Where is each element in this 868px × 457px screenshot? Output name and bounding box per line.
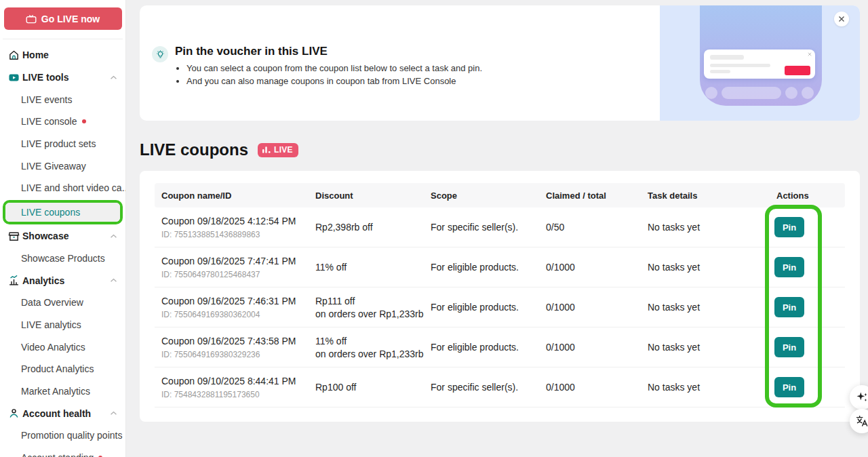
app-window: Go LIVE now Home: [0, 0, 868, 457]
live-status-badge: LIVE: [258, 143, 298, 157]
coupon-id: ID: 7550649169380329236: [161, 350, 309, 359]
sidebar-item-data-overview[interactable]: Data Overview: [0, 292, 125, 314]
highlight-annotation-live-coupons: LIVE coupons: [3, 200, 123, 224]
go-live-button[interactable]: Go LIVE now: [4, 7, 122, 30]
coupon-task-details: No tasks yet: [641, 262, 770, 273]
live-tools-icon: [8, 72, 20, 83]
banner-close-button[interactable]: [834, 12, 849, 26]
sidebar-label-promotion-quality-points: Promotion quality points: [21, 430, 122, 441]
sidebar-item-showcase[interactable]: Showcase: [0, 225, 125, 247]
page-title: LIVE coupons: [140, 140, 248, 159]
sidebar-item-live-events[interactable]: LIVE events: [0, 88, 125, 111]
sidebar-item-promotion-quality-points[interactable]: Promotion quality points: [0, 424, 125, 447]
sidebar: Go LIVE now Home: [0, 0, 126, 457]
coupon-discount-condition: on orders over Rp1,233rb: [315, 349, 424, 359]
column-header-discount: Discount: [309, 191, 424, 201]
coupon-discount: 11% off: [315, 336, 424, 346]
sidebar-item-market-analytics[interactable]: Market Analytics: [0, 380, 125, 403]
sidebar-item-live-giveaway[interactable]: LIVE Giveaway: [0, 155, 125, 177]
sidebar-item-product-analytics[interactable]: Product Analytics: [0, 358, 125, 380]
coupon-name: Coupon 09/10/2025 8:44:41 PM: [161, 376, 309, 386]
coupon-discount: 11% off: [315, 262, 424, 273]
sidebar-label-video-analytics: Video Analytics: [21, 342, 85, 353]
home-icon: [8, 49, 20, 61]
close-icon: [808, 52, 812, 56]
coupon-discount: Rp111 off: [315, 296, 424, 306]
column-header-claimed: Claimed / total: [539, 191, 641, 201]
go-live-label: Go LIVE now: [41, 14, 100, 24]
coupon-id: ID: 7548432881195173650: [161, 390, 309, 399]
close-icon: [838, 16, 845, 22]
sidebar-label-live-events: LIVE events: [21, 94, 73, 105]
sidebar-nav: Home LIVE tools LIVE events LIVE cons: [0, 44, 125, 457]
account-health-icon: [8, 408, 20, 419]
sidebar-item-account-health[interactable]: Account health: [0, 402, 125, 424]
sidebar-item-live-tools[interactable]: LIVE tools: [0, 66, 125, 89]
sidebar-label-live-product-sets: LIVE product sets: [21, 138, 96, 149]
coupon-id: ID: 7551338851436889863: [161, 230, 309, 239]
sidebar-item-analytics[interactable]: Analytics: [0, 269, 125, 292]
table-row: Coupon 09/16/2025 7:43:58 PM ID: 7550649…: [155, 327, 845, 367]
sidebar-label-showcase: Showcase: [22, 231, 110, 241]
sidebar-item-live-short-video[interactable]: LIVE and short video ca...: [0, 177, 125, 199]
pin-button[interactable]: Pin: [774, 377, 804, 397]
skeleton-line: [710, 55, 744, 60]
phone-controls-mockup: [705, 87, 814, 99]
coupon-task-details: No tasks yet: [641, 302, 770, 313]
coupon-scope: For specific seller(s).: [424, 382, 539, 393]
coupon-name: Coupon 09/16/2025 7:43:58 PM: [161, 336, 309, 346]
sidebar-item-home[interactable]: Home: [0, 44, 125, 66]
coupon-scope: For eligible products.: [424, 342, 539, 353]
coupon-discount-condition: on orders over Rp1,233rb: [315, 309, 424, 319]
skeleton-line: [710, 70, 730, 73]
sidebar-item-live-product-sets[interactable]: LIVE product sets: [0, 133, 125, 155]
pin-button[interactable]: Pin: [774, 337, 804, 357]
coupon-discount: Rp2,398rb off: [315, 222, 424, 233]
banner-content: Pin the voucher in this LIVE You can sel…: [152, 43, 482, 89]
sidebar-label-home: Home: [22, 49, 117, 60]
coupon-scope: For eligible products.: [424, 262, 539, 273]
sidebar-item-live-console[interactable]: LIVE console: [0, 111, 125, 133]
sidebar-label-live-coupons: LIVE coupons: [21, 207, 80, 218]
sidebar-divider: [3, 39, 123, 39]
sidebar-item-account-standing[interactable]: Account standing: [0, 447, 125, 457]
translate-icon: [855, 414, 868, 428]
live-bars-icon: [262, 146, 271, 153]
coupon-task-details: No tasks yet: [641, 222, 770, 233]
sidebar-item-video-analytics[interactable]: Video Analytics: [0, 336, 125, 358]
sidebar-label-account-health: Account health: [22, 408, 110, 419]
sidebar-label-live-giveaway: LIVE Giveaway: [21, 161, 86, 172]
column-header-scope: Scope: [424, 191, 539, 201]
lightbulb-icon: [152, 46, 168, 62]
sidebar-item-live-coupons[interactable]: LIVE coupons: [5, 203, 120, 222]
coupon-task-details: No tasks yet: [641, 382, 770, 393]
banner-bullets: You can select a coupon from the coupon …: [175, 63, 482, 86]
sidebar-item-live-analytics[interactable]: LIVE analytics: [0, 314, 125, 336]
pin-button[interactable]: Pin: [774, 297, 804, 317]
coupon-task-details: No tasks yet: [641, 342, 770, 353]
coupon-claimed: 0/1000: [539, 342, 641, 353]
chevron-up-icon: [110, 75, 117, 80]
notification-dot: [82, 119, 86, 123]
pin-button[interactable]: Pin: [774, 217, 804, 237]
chevron-up-icon: [110, 234, 117, 239]
table-row: Coupon 09/16/2025 7:47:41 PM ID: 7550649…: [155, 247, 845, 287]
voucher-claim-button-mockup: [785, 66, 810, 75]
banner-card: Pin the voucher in this LIVE You can sel…: [140, 5, 860, 121]
coupons-table-card: Coupon name/ID Discount Scope Claimed / …: [140, 171, 860, 422]
sidebar-label-live-tools: LIVE tools: [22, 72, 110, 83]
analytics-icon: [8, 275, 20, 286]
sidebar-label-market-analytics: Market Analytics: [21, 386, 90, 397]
coupon-claimed: 0/1000: [539, 302, 641, 313]
sidebar-label-product-analytics: Product Analytics: [21, 363, 94, 374]
pin-button[interactable]: Pin: [774, 257, 804, 277]
coupon-discount: Rp100 off: [315, 382, 424, 393]
sidebar-item-showcase-products[interactable]: Showcase Products: [0, 247, 125, 270]
phone-mockup: [700, 5, 822, 106]
coupon-id: ID: 7550649169380362004: [161, 310, 309, 319]
coupon-claimed: 0/50: [539, 222, 641, 233]
coupon-id: ID: 7550649780125468437: [161, 270, 309, 279]
table-row: Coupon 09/18/2025 4:12:54 PM ID: 7551338…: [155, 207, 845, 247]
banner-title: Pin the voucher in this LIVE: [175, 45, 482, 58]
sidebar-label-account-standing: Account standing: [21, 452, 94, 457]
